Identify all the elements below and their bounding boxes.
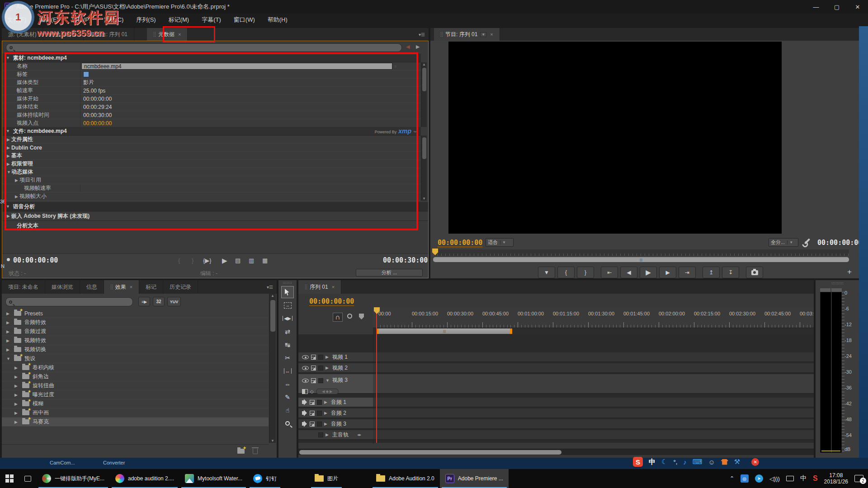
- menu-clip[interactable]: 素材(C): [104, 16, 123, 24]
- step-forward-button[interactable]: ▶: [659, 267, 676, 278]
- mic-icon[interactable]: ♪: [683, 458, 687, 466]
- delete-bin-icon[interactable]: [253, 449, 258, 454]
- moon-icon[interactable]: ☾: [661, 458, 667, 466]
- tab-project[interactable]: 项目: 未命名: [2, 280, 45, 294]
- scroll-up-icon[interactable]: ▲: [421, 62, 427, 66]
- fx-folder-audio-transitions[interactable]: ▶ 音频过渡: [2, 327, 269, 336]
- tab-sequence-01[interactable]: 序列 01 ×: [298, 280, 341, 294]
- sync-lock-icon[interactable]: [311, 366, 316, 371]
- keyframe-nav-icon[interactable]: ◂▸: [357, 432, 361, 437]
- clip-section-header[interactable]: ▼ 素材: ncmbdeee.mp4: [2, 54, 421, 62]
- track-lock-toggle[interactable]: [317, 400, 322, 405]
- slip-tool[interactable]: ↔: [281, 365, 294, 377]
- clip-scrollbar[interactable]: ▲: [421, 62, 427, 127]
- desktop-icon-label[interactable]: Converter: [103, 460, 125, 465]
- source-current-timecode[interactable]: 00:00:00:00: [13, 256, 58, 264]
- lift-button[interactable]: ↥: [703, 267, 720, 278]
- menu-sequence[interactable]: 序列(S): [136, 16, 156, 24]
- encore-marker-icon[interactable]: [347, 314, 352, 319]
- sync-lock-icon[interactable]: [310, 411, 315, 416]
- mark-out-button[interactable]: }: [577, 267, 594, 278]
- track-lane-audio1[interactable]: [373, 398, 814, 408]
- disclosure-icon[interactable]: ▼: [326, 378, 330, 383]
- track-lock-toggle[interactable]: [317, 422, 322, 427]
- rolling-edit-tool[interactable]: ⇄: [281, 325, 294, 338]
- person-icon[interactable]: ☺: [708, 458, 715, 466]
- hscroll-thumb[interactable]: [299, 450, 561, 455]
- close-tab-icon[interactable]: ×: [490, 32, 493, 37]
- clip-name-field[interactable]: ncmbdeee.mp4: [81, 63, 392, 70]
- volume-icon[interactable]: ◁))): [769, 475, 780, 482]
- zoom-level-dropdown[interactable]: 适合▼: [486, 238, 514, 247]
- fx-folder-blur[interactable]: ▶ 模糊: [2, 399, 269, 408]
- track-header-audio2[interactable]: ▶ 音频 2: [298, 408, 373, 418]
- file-row-project-ref[interactable]: ▶ 项目引用: [2, 176, 421, 184]
- tab-metadata[interactable]: 元数据 ×: [147, 28, 188, 41]
- program-scrub-bar[interactable]: |||: [433, 257, 849, 262]
- keyframe-toggle-icon[interactable]: ◇: [310, 389, 314, 394]
- taskbar-app-audition-setup[interactable]: adobe audition 2....: [110, 469, 179, 488]
- disclosure-icon[interactable]: ▶: [326, 355, 330, 359]
- file-row-basic[interactable]: ▶ 基本: [2, 152, 421, 160]
- program-mini-ruler[interactable]: [433, 249, 849, 256]
- tab-program[interactable]: 节目: 序列 01 ▼ ×: [434, 28, 500, 41]
- close-tab-icon[interactable]: ×: [130, 284, 132, 290]
- current-time-indicator-line[interactable]: [376, 314, 377, 443]
- keyframe-nav[interactable]: ◀ ◆ ▶: [316, 389, 339, 394]
- tray-expand-icon[interactable]: ⌃: [730, 475, 734, 482]
- mark-out-icon[interactable]: }: [192, 257, 193, 264]
- taskbar-app-pictures[interactable]: 图片: [309, 469, 344, 488]
- toggle-track-mute-icon[interactable]: [302, 400, 304, 404]
- toggle-track-output-icon[interactable]: [302, 379, 309, 383]
- scroll-down-icon[interactable]: ▼: [421, 197, 427, 201]
- fx-folder-overexposure[interactable]: ▶ 曝光过度: [2, 390, 269, 399]
- tab-audio-mixer[interactable]: 调音台: 序列 01: [84, 28, 134, 41]
- track-lock-toggle[interactable]: [318, 378, 323, 383]
- ripple-edit-tool[interactable]: ◀▶: [281, 312, 294, 324]
- tray-messenger-icon[interactable]: ➤: [755, 474, 763, 483]
- taskbar-app-audition-folder[interactable]: Adobe Audition 2.0: [371, 469, 440, 488]
- fx-folder-mosaic[interactable]: ▶ 马赛克: [2, 418, 269, 427]
- tray-app-icon[interactable]: ◎: [741, 474, 749, 483]
- file-row-dublin-core[interactable]: ▶ Dublin Core: [2, 144, 421, 152]
- track-lane-video3[interactable]: [373, 352, 814, 362]
- speech-section-header[interactable]: ▼ 语音分析: [2, 202, 428, 211]
- wrench-icon[interactable]: ⚒: [734, 458, 740, 466]
- taskbar-app-premiere[interactable]: Pr Adobe Premiere ...: [440, 469, 509, 488]
- fx-folder-video-transitions[interactable]: ▶ 视频切换: [2, 345, 269, 354]
- story-script-row[interactable]: ▶ 嵌入 Adobe Story 脚本 (未发现): [2, 211, 428, 221]
- disclosure-icon[interactable]: ▶: [324, 422, 329, 426]
- sogou-tray-icon[interactable]: S: [813, 474, 818, 483]
- minimize-button[interactable]: —: [806, 0, 826, 14]
- selection-tool[interactable]: [281, 286, 294, 298]
- step-back-button[interactable]: ◀: [620, 267, 637, 278]
- timeline-hscroll[interactable]: [298, 449, 814, 455]
- metadata-search-input[interactable]: [6, 43, 402, 52]
- file-row-rights[interactable]: ▶ 权限管理: [2, 160, 421, 168]
- rate-stretch-tool[interactable]: ↹: [281, 338, 294, 351]
- file-row-video-frame-size[interactable]: ▶ 视频帧大小: [2, 192, 421, 201]
- fx-folder-twirl[interactable]: ▶ 旋转扭曲: [2, 381, 269, 390]
- action-center-icon[interactable]: 2: [854, 475, 863, 482]
- video-in-hot-text[interactable]: 00:00:00:00: [80, 119, 421, 127]
- tab-media-browser[interactable]: 媒体浏览: [45, 280, 80, 294]
- track-lock-toggle[interactable]: [318, 366, 323, 371]
- toggle-track-mute-icon[interactable]: [302, 411, 304, 415]
- razor-tool[interactable]: ✂: [281, 352, 294, 364]
- panel-menu-icon[interactable]: ▾☰: [419, 32, 425, 37]
- close-floating-icon[interactable]: ✕: [751, 458, 759, 466]
- export-frame-button[interactable]: [746, 267, 763, 278]
- track-lock-toggle[interactable]: [318, 355, 323, 360]
- track-lane-video2[interactable]: [373, 363, 814, 373]
- next-arrow-icon[interactable]: ▶: [416, 44, 420, 50]
- menu-title[interactable]: 字幕(T): [202, 16, 221, 24]
- menu-edit[interactable]: 编辑(E): [39, 16, 59, 24]
- play-button[interactable]: ▶: [640, 267, 657, 278]
- analyze-text-row[interactable]: 分析文本: [2, 221, 428, 230]
- timeline-current-timecode[interactable]: 00:00:00:00: [309, 297, 354, 306]
- output-icon[interactable]: ▥: [249, 257, 254, 264]
- toggle-track-output-icon[interactable]: [302, 355, 309, 359]
- track-select-tool[interactable]: →: [281, 299, 294, 311]
- fx-folder-presets-custom[interactable]: ▼ 预设: [2, 354, 269, 363]
- close-tab-icon[interactable]: ×: [332, 284, 335, 290]
